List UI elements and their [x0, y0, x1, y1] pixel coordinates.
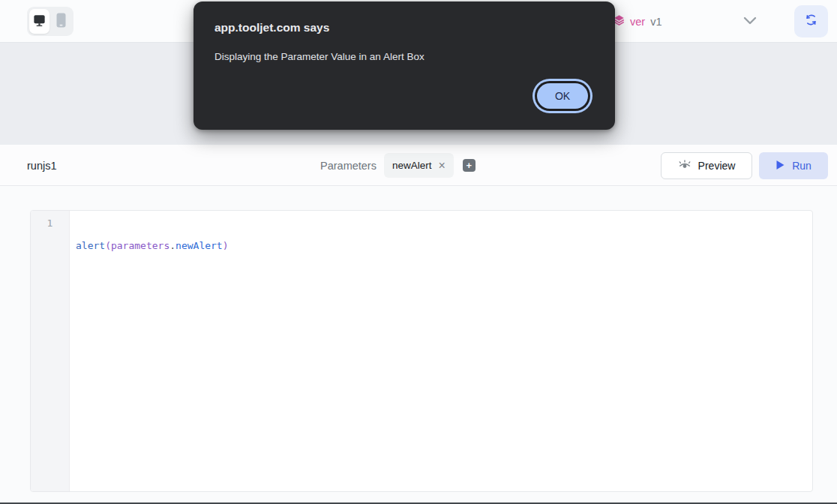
alert-ok-button[interactable]: OK	[537, 83, 588, 109]
refresh-button[interactable]	[794, 5, 828, 38]
run-button-label: Run	[792, 160, 812, 172]
desktop-toggle-button[interactable]	[29, 9, 50, 34]
run-button[interactable]: Run	[759, 152, 828, 179]
play-icon	[776, 160, 785, 172]
code-editor[interactable]: 1 alert(parameters.newAlert)	[30, 210, 813, 492]
line-number-gutter: 1	[31, 211, 70, 491]
mobile-toggle-button[interactable]	[51, 9, 71, 34]
device-layout-toggle[interactable]	[27, 7, 74, 36]
code-token: alert	[76, 240, 105, 251]
layers-icon	[614, 14, 625, 28]
code-token: newAlert	[176, 240, 223, 251]
version-selector[interactable]: ver v1	[614, 0, 662, 43]
alert-title: app.tooljet.com says	[214, 21, 594, 34]
code-content[interactable]: alert(parameters.newAlert)	[70, 211, 812, 491]
preview-button[interactable]: Preview	[661, 152, 752, 179]
version-value: v1	[650, 16, 662, 28]
parameters-label: Parameters	[320, 160, 376, 172]
remove-parameter-icon[interactable]: ×	[438, 160, 445, 172]
refresh-icon	[805, 14, 818, 29]
parameter-tag[interactable]: newAlert ×	[384, 153, 454, 178]
desktop-monitor-icon	[32, 13, 46, 30]
version-label: ver	[630, 16, 645, 28]
query-name: runjs1	[27, 145, 57, 186]
code-line: alert(parameters.newAlert)	[76, 240, 812, 251]
browser-alert-dialog: app.tooljet.com says Displaying the Para…	[194, 2, 615, 130]
app-window: ver v1 runjs1 Parameters newAlert × +	[0, 0, 837, 504]
preview-button-label: Preview	[698, 160, 736, 172]
mobile-phone-icon	[56, 13, 67, 31]
code-token: .	[170, 240, 176, 251]
chevron-down-icon[interactable]	[742, 16, 758, 29]
eye-icon	[678, 159, 692, 173]
query-toolbar: runjs1 Parameters newAlert × + Preview	[0, 145, 837, 186]
code-token: )	[223, 240, 229, 251]
code-token: parameters	[111, 240, 170, 251]
parameters-group: Parameters newAlert × +	[320, 145, 476, 186]
line-number: 1	[31, 218, 69, 229]
code-token: (	[105, 240, 111, 251]
alert-message: Displaying the Parameter Value in an Ale…	[214, 51, 594, 62]
parameter-tag-label: newAlert	[392, 160, 432, 171]
add-parameter-button[interactable]: +	[463, 159, 476, 172]
